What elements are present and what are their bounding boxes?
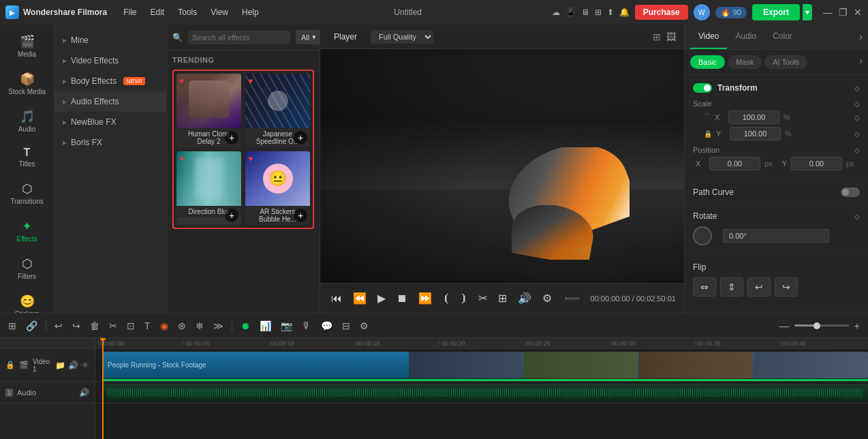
nav-audio-effects[interactable]: ▶ Audio Effects	[55, 91, 166, 112]
progress-bar[interactable]	[565, 297, 580, 300]
subtab-mask[interactable]: Mask	[728, 55, 762, 69]
nav-newblue-fx[interactable]: ▶ NewBlue FX	[55, 112, 166, 132]
caption-button[interactable]: 💬	[318, 318, 335, 333]
timeline-grid-button[interactable]: ⊞	[5, 318, 19, 333]
menu-file[interactable]: File	[118, 5, 142, 20]
text-button[interactable]: T	[142, 318, 153, 333]
menu-tools[interactable]: Tools	[172, 5, 202, 20]
play-button[interactable]: ▶	[375, 290, 388, 306]
scale-x-keyframe[interactable]: ◇	[854, 114, 860, 121]
toolbar-audio[interactable]: 🎵 Audio	[3, 104, 52, 138]
toolbar-transitions[interactable]: ⬡ Transitions	[3, 176, 52, 211]
playhead[interactable]	[102, 338, 104, 439]
clip-button[interactable]: ✂	[476, 290, 490, 306]
right-tab-more-icon[interactable]: ›	[859, 31, 863, 43]
toolbar-media[interactable]: 🎬 Media	[3, 29, 52, 63]
delete-button[interactable]: 🗑	[87, 318, 102, 333]
timeline-link-button[interactable]: 🔗	[23, 318, 40, 333]
menu-edit[interactable]: Edit	[144, 5, 170, 20]
tab-video[interactable]: Video	[690, 25, 727, 49]
rotate-input[interactable]	[723, 229, 829, 243]
volume-button[interactable]: 🔊	[515, 290, 534, 306]
add-icon-3[interactable]: +	[225, 209, 238, 222]
toolbar-titles[interactable]: T Titles	[3, 141, 52, 173]
add-icon-1[interactable]: +	[225, 131, 238, 145]
transform-toggle[interactable]	[693, 83, 712, 93]
camera-button[interactable]: 📷	[278, 318, 295, 333]
search-input[interactable]	[188, 31, 290, 44]
scale-x-input[interactable]	[728, 110, 779, 124]
speed-button[interactable]: ⊛	[175, 318, 189, 333]
flip-btn-3[interactable]: ↩	[747, 277, 771, 297]
rotate-keyframe-icon[interactable]: ◇	[854, 213, 860, 220]
menu-view[interactable]: View	[205, 5, 234, 20]
lock-icon[interactable]: 🔒	[704, 130, 712, 138]
freeze-button[interactable]: ❄	[193, 318, 206, 333]
effect-japanese-speedline[interactable]: ♥ + Japanese Speedline O...	[245, 74, 310, 147]
flip-horizontal-button[interactable]: ⇔	[693, 277, 716, 297]
icon-phone[interactable]: 📱	[565, 7, 576, 17]
video-track-lane[interactable]: People Running - Stock Footage	[95, 349, 868, 382]
screenshot-icon[interactable]: 🖼	[666, 31, 676, 42]
flip-btn-4[interactable]: ↪	[775, 277, 798, 297]
zoom-slider[interactable]	[794, 324, 849, 327]
minimize-button[interactable]: —	[823, 7, 833, 17]
rotate-dial[interactable]	[693, 226, 712, 245]
subtab-ai-tools[interactable]: AI Tools	[764, 55, 807, 69]
player-tab[interactable]: Player	[328, 29, 362, 44]
flip-vertical-button[interactable]: ⇕	[720, 277, 743, 297]
audio-track-lane[interactable]	[95, 382, 868, 404]
position-x-input[interactable]	[709, 157, 760, 170]
export-button[interactable]: Export	[752, 4, 800, 20]
fullscreen-button[interactable]: ⊞	[495, 290, 510, 306]
shield-button[interactable]: ⊟	[339, 318, 353, 333]
color-button[interactable]: ◉	[157, 318, 171, 333]
subtab-basic[interactable]: Basic	[690, 55, 725, 69]
add-icon-4[interactable]: +	[294, 209, 307, 222]
mic-button[interactable]: 🎙	[299, 318, 314, 333]
nav-body-effects[interactable]: ▶ Body Effects NEW!	[55, 71, 166, 91]
filter-button[interactable]: All ▾	[296, 30, 320, 44]
track-visibility-icon[interactable]: 👁	[81, 361, 89, 370]
stop-button[interactable]: ⏹	[394, 291, 410, 306]
track-audio-volume-icon[interactable]: 🔊	[79, 388, 89, 397]
toolbar-stickers[interactable]: 😊 Stickers	[3, 288, 52, 313]
icon-upload[interactable]: ⬆	[607, 7, 614, 17]
path-curve-toggle[interactable]	[841, 187, 860, 197]
nav-video-effects[interactable]: ▶ Video Effects	[55, 50, 166, 71]
zoom-in-button[interactable]: +	[852, 318, 863, 333]
timeline-settings-button[interactable]: ⚙	[357, 318, 371, 333]
icon-cloud[interactable]: ☁	[552, 7, 560, 17]
quality-select[interactable]: Full Quality 1/2 Quality 1/4 Quality	[371, 30, 433, 44]
ai-enhance-button[interactable]: ≫	[211, 318, 226, 333]
video-clip[interactable]: People Running - Stock Footage	[102, 352, 868, 378]
tab-audio[interactable]: Audio	[727, 25, 764, 49]
position-y-input[interactable]	[791, 157, 842, 170]
maximize-button[interactable]: ❐	[838, 7, 848, 17]
mark-in-button[interactable]: ⦗	[440, 290, 452, 306]
undo-button[interactable]: ↩	[52, 318, 65, 333]
redo-button[interactable]: ↪	[69, 318, 83, 333]
icon-window[interactable]: 🖥	[581, 7, 589, 17]
add-icon-2[interactable]: +	[294, 131, 307, 145]
toolbar-stock-media[interactable]: 📦 Stock Media	[3, 66, 52, 101]
position-keyframe-icon[interactable]: ◇	[854, 147, 860, 154]
record-button[interactable]: ⏺	[238, 318, 253, 333]
mark-out-button[interactable]: ⦘	[458, 290, 470, 306]
tab-color[interactable]: Color	[764, 25, 801, 49]
icon-bell[interactable]: 🔔	[619, 7, 630, 17]
nav-mine[interactable]: ▶ Mine	[55, 30, 166, 50]
scale-keyframe-icon[interactable]: ◇	[854, 100, 860, 108]
skip-back-button[interactable]: ⏮	[328, 291, 345, 306]
effect-direction-blur[interactable]: ♥ + Direction Blur	[176, 151, 241, 225]
export-dropdown-icon[interactable]: ▾	[803, 4, 812, 20]
subtab-more-icon[interactable]: ›	[859, 55, 863, 69]
track-folder-icon[interactable]: 📁	[55, 361, 65, 370]
toolbar-filters[interactable]: ⬡ Filters	[3, 251, 52, 286]
scale-y-keyframe[interactable]: ◇	[854, 130, 860, 138]
effect-human-clone-delay[interactable]: ♥ + Human Clone Delay 2	[176, 74, 241, 147]
audio-meter-button[interactable]: 📊	[257, 318, 274, 333]
track-lock-icon[interactable]: 🔒	[5, 361, 15, 369]
audio-clip[interactable]	[102, 384, 868, 401]
track-volume-icon[interactable]: 🔊	[68, 361, 78, 370]
